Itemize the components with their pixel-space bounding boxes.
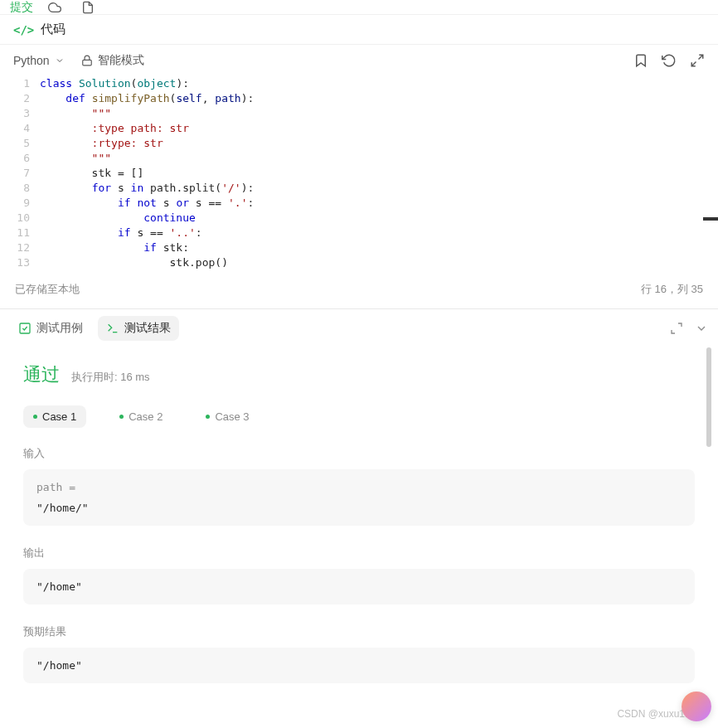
code-editor[interactable]: 12345678910111213 class Solution(object)… (0, 76, 718, 270)
input-label: 输入 (23, 446, 695, 461)
expected-box: "/home" (23, 648, 695, 683)
mode-label: 智能模式 (98, 53, 144, 68)
case-tabs: Case 1Case 2Case 3 (23, 405, 695, 428)
language-label: Python (13, 54, 50, 67)
svg-rect-0 (82, 60, 91, 65)
editor-status-bar: 已存储至本地 行 16，列 35 (0, 270, 718, 308)
expected-label: 预期结果 (23, 624, 695, 639)
scrollbar[interactable] (706, 347, 711, 447)
panel-title: 代码 (41, 22, 65, 37)
result-status: 通过 (23, 362, 60, 387)
expand-button[interactable] (670, 322, 683, 335)
status-dot-icon (33, 415, 37, 419)
chevron-down-icon (55, 56, 65, 66)
status-dot-icon (119, 415, 124, 419)
status-dot-icon (206, 415, 210, 419)
editor-toolbar: Python 智能模式 (0, 45, 718, 76)
tab-results-label: 测试结果 (124, 321, 171, 336)
results-panel: 测试用例 测试结果 通过 执行用时: 16 ms Case 1Case 2Cas… (0, 308, 718, 718)
lock-icon (81, 55, 93, 66)
input-value: "/home/" (36, 502, 682, 514)
case-tab-label: Case 1 (42, 410, 76, 423)
case-tab-3[interactable]: Case 3 (196, 405, 259, 428)
scroll-indicator (703, 217, 718, 221)
line-gutter: 12345678910111213 (7, 76, 40, 270)
reset-button[interactable] (662, 53, 677, 68)
runtime-label: 执行用时: 16 ms (71, 370, 150, 385)
input-box: path = "/home/" (23, 469, 695, 526)
tab-testcase[interactable]: 测试用例 (10, 316, 91, 341)
output-box: "/home" (23, 569, 695, 604)
case-tab-1[interactable]: Case 1 (23, 405, 86, 428)
mode-toggle[interactable]: 智能模式 (81, 53, 144, 68)
tab-results[interactable]: 测试结果 (98, 316, 179, 341)
expected-value: "/home" (36, 659, 682, 672)
svg-line-2 (691, 62, 696, 66)
case-tab-label: Case 3 (215, 410, 249, 423)
note-icon[interactable] (76, 0, 99, 15)
language-select[interactable]: Python (13, 54, 65, 67)
code-content[interactable]: class Solution(object): def simplifyPath… (40, 76, 711, 270)
svg-rect-3 (20, 323, 30, 333)
top-bar: 提交 (0, 0, 718, 15)
save-status: 已存储至本地 (15, 282, 80, 297)
cursor-position: 行 16，列 35 (641, 282, 703, 297)
submit-button[interactable]: 提交 (10, 0, 33, 15)
svg-line-1 (699, 55, 703, 59)
result-tabs: 测试用例 测试结果 (0, 309, 718, 347)
output-value: "/home" (36, 580, 682, 593)
result-body: 通过 执行用时: 16 ms Case 1Case 2Case 3 输入 pat… (0, 347, 718, 718)
case-tab-2[interactable]: Case 2 (109, 405, 172, 428)
checkbox-icon (18, 322, 32, 335)
status-line: 通过 执行用时: 16 ms (23, 362, 695, 387)
code-icon: </> (13, 23, 34, 36)
assistant-badge[interactable] (682, 692, 711, 721)
fullscreen-button[interactable] (690, 53, 705, 68)
collapse-button[interactable] (695, 322, 708, 335)
input-var-label: path = (36, 481, 682, 493)
terminal-icon (106, 322, 119, 335)
case-tab-label: Case 2 (129, 410, 163, 423)
output-label: 输出 (23, 546, 695, 561)
code-panel-header: </> 代码 (0, 15, 718, 45)
tab-testcase-label: 测试用例 (36, 321, 83, 336)
cloud-icon[interactable] (43, 0, 66, 15)
bookmark-button[interactable] (633, 53, 648, 68)
